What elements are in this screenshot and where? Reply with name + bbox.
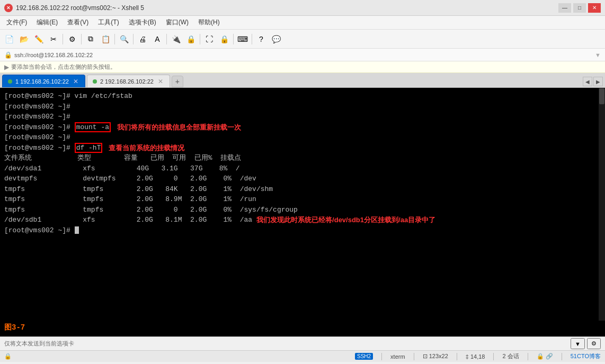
tab-2-dot	[93, 79, 97, 84]
terminal-line-2: [root@vms002 ~]#	[4, 102, 601, 112]
address-url: ssh://root@192.168.26.102:22	[14, 52, 93, 58]
menu-tools[interactable]: 工具(T)	[94, 16, 123, 29]
app-icon: ✕	[4, 4, 13, 12]
address-bar: 🔒 ssh://root@192.168.26.102:22 ▼	[0, 49, 605, 61]
close-button[interactable]: ✕	[588, 3, 601, 13]
status-sep-3	[457, 353, 457, 360]
figure-label: 图3-7	[4, 323, 25, 332]
status-lock-icon: 🔒	[4, 353, 12, 360]
toolbar-open[interactable]: 📂	[17, 32, 31, 46]
toolbar-edit[interactable]: ✏️	[32, 32, 46, 46]
toolbar: 📄 📂 ✏️ ✂ ⚙ ⧉ 📋 🔍 🖨 A 🔌 🔒 ⛶ 🔒 ⌨ ? 💬	[0, 30, 605, 49]
tab-nav: ◀ ▶	[583, 77, 603, 86]
terminal-line-tmpfs-shm: tmpfs tmpfs 2.0G 84K 2.0G 1% /dev/shm	[4, 184, 601, 195]
toolbar-sep-1	[63, 34, 63, 44]
input-hint-text: 仅将文本发送到当前选项卡	[4, 340, 74, 348]
tab-1-close[interactable]: ✕	[72, 78, 79, 85]
annotation-sdb1: 我们发现此时系统已经将/dev/sdb1分区挂载到/aa目录中了	[256, 215, 435, 225]
tab-nav-left[interactable]: ◀	[583, 77, 592, 86]
terminal-scrollbar-thumb[interactable]	[599, 88, 604, 104]
terminal-line-3: [root@vms002 ~]#	[4, 112, 601, 122]
menu-window[interactable]: 窗口(W)	[162, 16, 193, 29]
df-cmd-highlight: df -hT	[75, 143, 103, 153]
toolbar-sep-8	[252, 34, 252, 44]
terminal-line-5: [root@vms002 ~]#	[4, 132, 601, 143]
status-icons: 🔒 🔗	[537, 353, 553, 360]
terminal-line-devtmpfs: devtmpfs devtmpfs 2.0G 0 2.0G 0% /dev	[4, 174, 601, 184]
toolbar-search[interactable]: 🔍	[117, 32, 131, 46]
menu-tab[interactable]: 选项卡(B)	[124, 16, 161, 29]
toolbar-cut[interactable]: ✂	[47, 32, 60, 46]
toolbar-print[interactable]: 🖨	[136, 32, 149, 46]
minimize-button[interactable]: —	[558, 3, 571, 13]
status-size: ⊡ 123x22	[423, 353, 448, 360]
tab-bar: 1 192.168.26.102:22 ✕ 2 192.168.26.102:2…	[0, 73, 605, 88]
title-left: ✕ 192.168.26.102:22 root@vms002:~ - Xshe…	[4, 4, 144, 12]
status-sep-2	[414, 353, 414, 360]
terminal-line-6: [root@vms002 ~]# df -hT 查看当前系统的挂载情况	[4, 143, 601, 153]
ssh-badge: SSH2	[355, 353, 373, 360]
toolbar-expand[interactable]: ⛶	[202, 32, 216, 46]
menu-file[interactable]: 文件(F)	[2, 16, 31, 29]
maximize-button[interactable]: □	[573, 3, 586, 13]
status-sep-1	[381, 353, 382, 360]
status-brand: 51CTO博客	[571, 352, 601, 360]
tab-1[interactable]: 1 192.168.26.102:22 ✕	[2, 75, 85, 87]
tab-2-close[interactable]: ✕	[157, 78, 164, 85]
status-sep-6	[562, 353, 562, 360]
figure-area: 图3-7	[0, 321, 605, 336]
terminal-line-header: 文件系统 类型 容量 已用 可用 已用% 挂载点	[4, 153, 601, 163]
toolbar-paste[interactable]: 📋	[99, 32, 112, 46]
terminal-container: [root@vms002 ~]# vim /etc/fstab [root@vm…	[0, 88, 605, 321]
terminal-line-1: [root@vms002 ~]# vim /etc/fstab	[4, 91, 601, 102]
status-ssh: SSH2	[355, 353, 373, 360]
toolbar-format[interactable]: A	[150, 32, 164, 46]
tab-1-label: 1 192.168.26.102:22	[15, 78, 69, 85]
session-hint: ▶ 要添加当前会话，点击左侧的箭头按钮。	[0, 61, 605, 73]
annotation-df: 查看当前系统的挂载情况	[109, 143, 184, 153]
hint-arrow-icon: ▶	[4, 63, 9, 71]
tab-2[interactable]: 2 192.168.26.102:22 ✕	[87, 75, 170, 87]
status-pos: ‡ 14,18	[466, 353, 485, 360]
input-bar: 仅将文本发送到当前选项卡 ▼ ⚙	[0, 336, 605, 350]
menu-edit[interactable]: 编辑(E)	[32, 16, 62, 29]
menu-view[interactable]: 查看(V)	[63, 16, 93, 29]
toolbar-sep-5	[166, 34, 167, 44]
title-controls: — □ ✕	[558, 3, 601, 13]
toolbar-lock[interactable]: 🔒	[217, 32, 231, 46]
toolbar-sep-6	[200, 34, 200, 44]
terminal-line-prompt: [root@vms002 ~]#	[4, 225, 601, 236]
toolbar-settings[interactable]: ⚙	[65, 32, 79, 46]
tab-nav-right-btn[interactable]: ▶	[593, 77, 603, 86]
tab-2-label: 2 192.168.26.102:22	[100, 78, 154, 85]
cursor	[75, 226, 79, 234]
toolbar-keyboard[interactable]: ⌨	[236, 32, 250, 46]
terminal-line-4: [root@vms002 ~]# mount -a 我们将所有的挂载信息全部重新…	[4, 122, 601, 133]
terminal-scrollbar[interactable]	[599, 88, 605, 321]
status-sep-5	[528, 353, 528, 360]
toolbar-sep-7	[233, 34, 234, 44]
status-right: SSH2 xterm ⊡ 123x22 ‡ 14,18 2 会话 🔒 🔗 51C…	[355, 352, 601, 360]
input-settings-button[interactable]: ⚙	[587, 338, 601, 349]
terminal-line-sda1: /dev/sda1 xfs 40G 3.1G 37G 8% /	[4, 163, 601, 174]
toolbar-chat[interactable]: 💬	[269, 32, 283, 46]
toolbar-copy[interactable]: ⧉	[84, 32, 97, 46]
menu-help[interactable]: 帮助(H)	[194, 16, 224, 29]
status-sep-4	[493, 353, 494, 360]
terminal-line-tmpfs-run: tmpfs tmpfs 2.0G 8.9M 2.0G 1% /run	[4, 194, 601, 205]
terminal-line-sdb1: /dev/sdb1 xfs 2.0G 8.1M 2.0G 1% /aa 我们发现…	[4, 215, 601, 225]
send-all-button[interactable]: ▼	[571, 338, 585, 349]
terminal-line-tmpfs-cgroup: tmpfs tmpfs 2.0G 0 2.0G 0% /sys/fs/cgrou…	[4, 205, 601, 215]
title-text: 192.168.26.102:22 root@vms002:~ - Xshell…	[16, 4, 144, 12]
address-dropdown[interactable]: ▼	[595, 52, 601, 58]
terminal[interactable]: [root@vms002 ~]# vim /etc/fstab [root@vm…	[0, 88, 605, 321]
tab-add-button[interactable]: +	[172, 76, 183, 87]
status-sessions: 2 会话	[502, 352, 519, 360]
status-left: 🔒	[4, 353, 12, 360]
toolbar-connect[interactable]: 🔌	[169, 32, 183, 46]
toolbar-key[interactable]: 🔒	[184, 32, 198, 46]
toolbar-help[interactable]: ?	[254, 32, 268, 46]
toolbar-new[interactable]: 📄	[2, 32, 16, 46]
toolbar-sep-4	[133, 34, 134, 44]
lock-icon: 🔒	[4, 51, 12, 59]
